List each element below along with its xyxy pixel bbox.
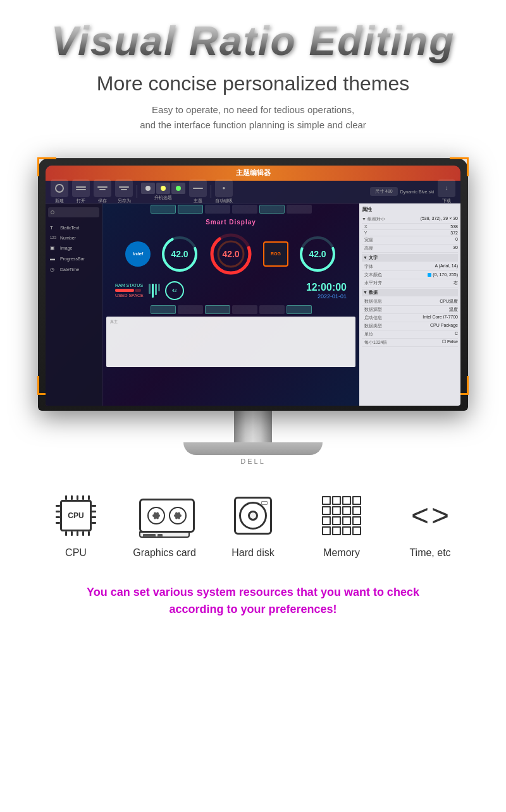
cpu-pins-top xyxy=(65,495,90,500)
hdd-circle-inner xyxy=(248,511,258,521)
prop-row-startup: 启动信息 Intel Core i7-7700 xyxy=(362,314,458,322)
prop-row-height: 高度 30 xyxy=(362,245,458,253)
gauge-1: 42.0 xyxy=(161,235,199,273)
display-tabs-row xyxy=(102,203,359,215)
toolbar-separator xyxy=(137,185,137,198)
display-tab2-6[interactable] xyxy=(287,305,312,314)
gauge-value-2: 42.0 xyxy=(222,249,239,259)
mc-2 xyxy=(332,496,341,505)
display-tab2-3[interactable] xyxy=(205,305,230,314)
canvas-white-area: 真主 xyxy=(106,317,355,367)
sidebar-icon-T: T xyxy=(50,225,58,231)
feature-hdd: Hard disk xyxy=(209,490,297,559)
main-display-canvas: Smart Display intel xyxy=(102,203,359,406)
rog-logo: ROG xyxy=(263,241,288,267)
monitor-bezel: 主题编辑器 新建 xyxy=(46,166,460,406)
sidebar-icon-image: ▣ xyxy=(50,245,58,251)
feature-label-hdd: Hard disk xyxy=(231,547,275,559)
monitor-outer: 主题编辑器 新建 xyxy=(38,158,468,411)
monitor-wrapper: 主题编辑器 新建 xyxy=(38,158,468,465)
sidebar-item-datetime[interactable]: ◷ DateTime xyxy=(48,264,99,275)
sidebar-item-image[interactable]: ▣ Image xyxy=(48,243,99,253)
gpu-icon xyxy=(139,494,190,538)
display-tab-1[interactable] xyxy=(151,205,176,214)
gauge-value-1: 42.0 xyxy=(171,249,188,259)
toolbar-separator2 xyxy=(211,185,211,198)
mc-9 xyxy=(322,516,331,525)
monitor-screen: 主题编辑器 新建 xyxy=(46,166,460,406)
screen-background: 主题编辑器 新建 xyxy=(46,166,460,406)
sidebar-icon-123: 123 xyxy=(50,236,58,239)
monitor-base xyxy=(183,442,323,455)
cpu-pins-left xyxy=(56,505,60,524)
gauge-3: 42.0 xyxy=(299,235,336,273)
feature-cpu: CPU CPU xyxy=(32,490,120,559)
monitor-brand: DELL xyxy=(38,458,468,465)
canvas-label: 真主 xyxy=(106,317,355,327)
prop-row-width: 宽度 0 xyxy=(362,236,458,245)
prop-section-font: ▼ 文字 xyxy=(362,254,458,262)
display-tab2-1[interactable] xyxy=(151,305,176,314)
prop-row-datainfo: 数据信息 CPU温度 xyxy=(362,298,458,306)
display-tab-3[interactable] xyxy=(205,205,230,214)
main-title: Visual Ratio Editing xyxy=(25,19,481,63)
display-tab2-5[interactable] xyxy=(259,305,285,314)
monitor-section: 主题编辑器 新建 xyxy=(0,139,506,471)
hdd-icon xyxy=(231,494,275,538)
cpu-icon-box: CPU xyxy=(51,490,101,541)
prop-row-color: 文本颜色 (0, 170, 255) xyxy=(362,271,458,279)
footer-text: You can set various system resources tha… xyxy=(25,584,481,618)
toolbar-group-auto[interactable]: ● 自动磁吸 xyxy=(215,179,233,204)
date-display: 2022-01-01 xyxy=(318,293,347,300)
monitor-neck xyxy=(234,411,272,442)
display-tab-2[interactable] xyxy=(178,205,203,214)
display-tab2-2[interactable] xyxy=(178,305,203,314)
display-title: Smart Display xyxy=(102,215,359,229)
toolbar-group-home[interactable]: 新建 xyxy=(51,179,68,204)
prop-row-unit: 单位 C xyxy=(362,330,458,339)
sidebar-item-statictext[interactable]: T StaticText xyxy=(48,222,99,233)
display-tab-5[interactable] xyxy=(259,205,285,214)
cpu-pins-bottom xyxy=(65,531,90,536)
memory-grid xyxy=(322,496,361,535)
cpu-icon: CPU xyxy=(54,494,98,538)
subtitle: More concise personalized themes xyxy=(25,71,481,97)
gpu-icon-box xyxy=(139,490,190,541)
feature-memory: Memory xyxy=(297,490,386,559)
sidebar-item-progressbar[interactable]: ▬ ProgressBar xyxy=(48,253,99,264)
gpu-fan-1 xyxy=(147,507,165,524)
footer-section: You can set various system resources tha… xyxy=(0,571,506,637)
display-tab2-4[interactable] xyxy=(232,305,257,314)
toolbar-group-upload[interactable]: 升机选题 xyxy=(141,183,185,201)
app-bar: 主题编辑器 xyxy=(46,166,460,181)
toolbar-group-export[interactable]: 另存为 xyxy=(115,179,133,204)
prop-row-align: 水平对齐 右 xyxy=(362,279,458,288)
gauge-2: 42.0 xyxy=(209,232,253,276)
feature-gpu: Graphics card xyxy=(120,490,209,559)
toolbar-group-download[interactable]: ↓ 下载 xyxy=(438,179,455,204)
gpu-fan-2 xyxy=(169,507,187,524)
prop-section-data: ▼ 数据 xyxy=(362,289,458,296)
display-tab-4[interactable] xyxy=(232,205,257,214)
time-display: 12:00:00 xyxy=(306,282,347,293)
memory-icon-box xyxy=(316,490,367,541)
app-toolbar: 新建 打开 xyxy=(46,181,460,203)
mc-13 xyxy=(322,526,331,535)
feature-time: < > Time, etc xyxy=(386,490,474,559)
toolbar-group-save[interactable]: 保存 xyxy=(94,179,111,204)
hdd-icon-box xyxy=(228,490,278,541)
sidebar-panel: T StaticText 123 Number ▣ Image xyxy=(46,203,102,406)
app-content: T StaticText 123 Number ▣ Image xyxy=(46,203,460,406)
properties-title: 属性 xyxy=(362,206,458,213)
prop-row-y: Y 372 xyxy=(362,230,458,236)
ram-section: RAM STATUS USED SPACE xyxy=(102,279,359,303)
sidebar-item-number[interactable]: 123 Number xyxy=(48,233,99,243)
display-tab-6[interactable] xyxy=(287,205,312,214)
toolbar-group-theme[interactable]: 主题 xyxy=(189,179,207,204)
mc-15 xyxy=(342,526,351,535)
toolbar-group-open[interactable]: 打开 xyxy=(72,179,90,204)
cpu-inner-label: CPU xyxy=(68,511,83,520)
mc-1 xyxy=(322,496,331,505)
mc-5 xyxy=(322,506,331,515)
sidebar-search[interactable] xyxy=(48,207,99,217)
